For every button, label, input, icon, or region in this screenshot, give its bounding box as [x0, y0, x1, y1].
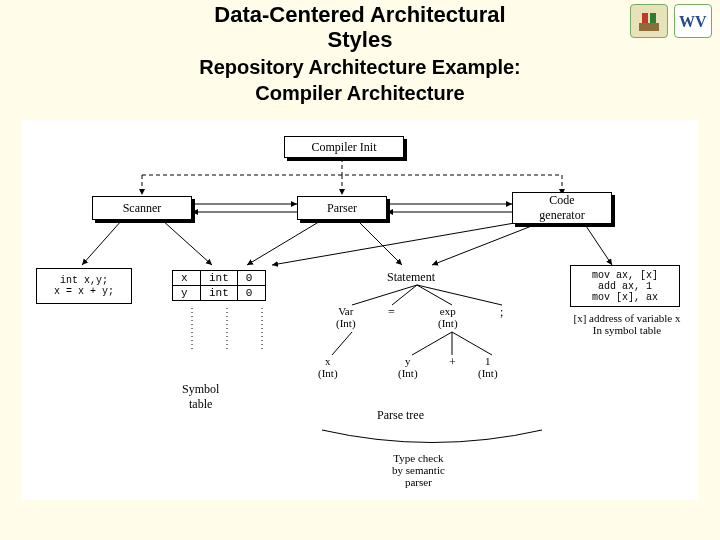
connector-lines	[22, 120, 698, 500]
pt-semi: ;	[500, 305, 503, 320]
svg-line-24	[392, 285, 417, 305]
compiler-init-box: Compiler Init	[284, 136, 404, 158]
svg-line-30	[452, 332, 492, 355]
pt-x: x (Int)	[318, 355, 338, 379]
svg-rect-1	[642, 13, 648, 23]
logo-group: WV	[630, 4, 712, 38]
svg-text:WV: WV	[679, 13, 707, 30]
pt-plus: +	[449, 355, 456, 370]
pt-y: y (Int)	[398, 355, 418, 379]
diagram-figure: Compiler Init Scanner Parser Code genera…	[22, 120, 698, 500]
pt-assign: =	[388, 305, 395, 320]
pt-exp: exp (Int)	[438, 305, 458, 329]
svg-line-18	[432, 220, 547, 265]
svg-rect-0	[639, 23, 659, 31]
symbol-table: xint0 yint0	[172, 270, 266, 301]
table-row: xint0	[173, 271, 266, 286]
object-code-note: [x] address of variable x In symbol tabl…	[562, 312, 692, 336]
svg-line-19	[582, 220, 612, 265]
svg-line-25	[417, 285, 452, 305]
svg-line-26	[417, 285, 502, 305]
svg-rect-2	[650, 13, 656, 23]
codegen-box: Code generator	[512, 192, 612, 224]
svg-line-16	[357, 220, 402, 265]
title-line-1: Data-Centered Architectural	[90, 2, 630, 27]
pt-var: Var (Int)	[336, 305, 356, 329]
scanner-box: Scanner	[92, 196, 192, 220]
source-code-box: int x,y; x = x + y;	[36, 268, 132, 304]
svg-line-23	[352, 285, 417, 305]
slide-header: Data-Centered Architectural Styles Repos…	[0, 0, 720, 111]
pt-one: 1 (Int)	[478, 355, 498, 379]
subtitle-line-1: Repository Architecture Example:	[90, 55, 630, 79]
svg-line-17	[272, 220, 532, 265]
svg-line-28	[412, 332, 452, 355]
svg-line-13	[82, 220, 122, 265]
parser-box: Parser	[297, 196, 387, 220]
svg-line-15	[247, 220, 322, 265]
svg-line-27	[332, 332, 352, 355]
type-check-note: Type check by semantic parser	[392, 452, 445, 488]
subtitle-line-2: Compiler Architecture	[90, 81, 630, 105]
pt-statement: Statement	[387, 270, 435, 285]
title-line-2: Styles	[90, 27, 630, 52]
symbol-table-label: Symbol table	[182, 382, 219, 412]
table-row: yint0	[173, 286, 266, 301]
object-code-box: mov ax, [x] add ax, 1 mov [x], ax	[570, 265, 680, 307]
university-logo	[630, 4, 668, 38]
wv-logo: WV	[674, 4, 712, 38]
svg-line-14	[162, 220, 212, 265]
parse-tree-label: Parse tree	[377, 408, 424, 423]
